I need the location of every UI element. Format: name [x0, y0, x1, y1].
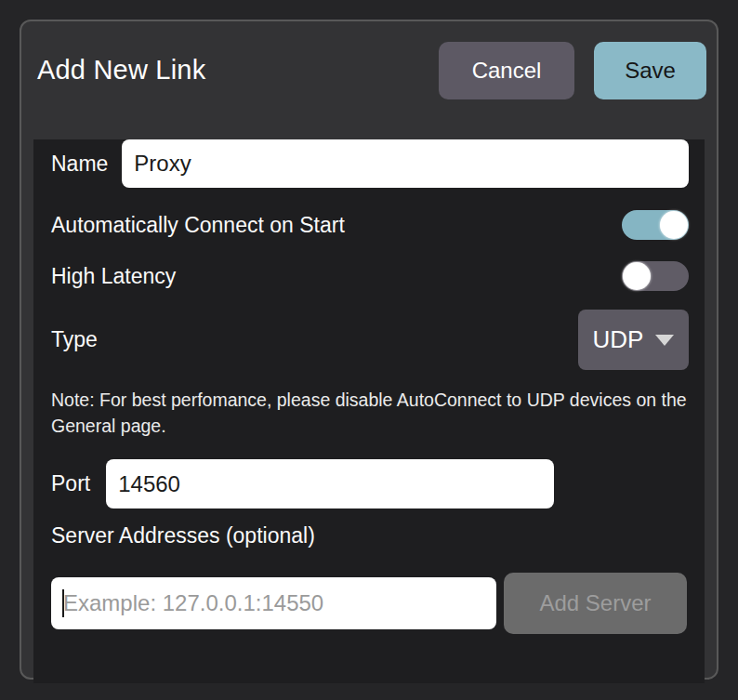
auto-connect-row: Automatically Connect on Start — [51, 209, 689, 241]
form-panel: Name Automatically Connect on Start High… — [33, 139, 705, 683]
server-address-row: Add Server — [51, 573, 689, 634]
dialog-header: Add New Link Cancel Save — [21, 21, 717, 119]
name-input[interactable] — [122, 139, 689, 188]
auto-connect-label: Automatically Connect on Start — [51, 213, 345, 238]
server-address-input-wrap — [51, 577, 496, 629]
type-dropdown[interactable]: UDP — [578, 310, 689, 370]
high-latency-row: High Latency — [51, 260, 689, 292]
cancel-button[interactable]: Cancel — [439, 42, 574, 99]
server-address-input[interactable] — [51, 577, 496, 629]
high-latency-label: High Latency — [51, 264, 176, 289]
add-link-dialog: Add New Link Cancel Save Name Automatica… — [20, 20, 718, 680]
udp-note-text: Note: For best perfomance, please disabl… — [51, 387, 689, 439]
high-latency-toggle[interactable] — [622, 261, 689, 291]
toggle-knob — [623, 262, 651, 290]
auto-connect-toggle[interactable] — [622, 210, 689, 240]
chevron-down-icon — [655, 335, 674, 346]
name-label: Name — [51, 152, 108, 177]
type-label: Type — [51, 327, 98, 352]
name-row: Name — [51, 139, 689, 188]
page-title: Add New Link — [37, 55, 439, 86]
port-label: Port — [51, 471, 90, 496]
server-addresses-label: Server Addresses (optional) — [51, 523, 689, 548]
port-row: Port — [51, 459, 689, 508]
type-row: Type UDP — [51, 310, 689, 370]
port-input[interactable] — [106, 459, 554, 508]
text-cursor — [62, 589, 64, 617]
save-button[interactable]: Save — [594, 42, 706, 99]
toggle-knob — [660, 211, 688, 239]
type-dropdown-value: UDP — [593, 325, 644, 354]
add-server-button[interactable]: Add Server — [504, 573, 687, 634]
